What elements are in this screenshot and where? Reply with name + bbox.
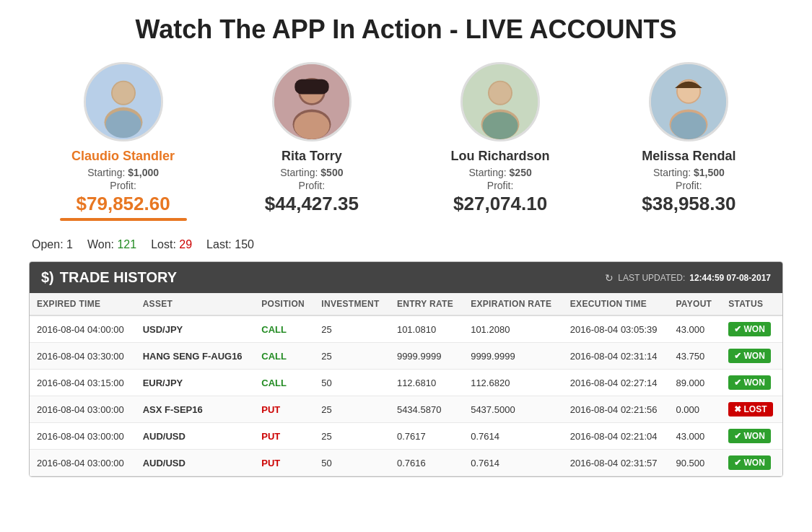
cell-investment: 25 — [314, 423, 390, 450]
cell-position: PUT — [254, 396, 314, 423]
profile-melissa: Melissa Rendal Starting: $1,500 Profit: … — [609, 62, 768, 221]
cell-position: CALL — [254, 370, 314, 396]
svg-point-20 — [671, 112, 707, 139]
profile-lou: Lou Richardson Starting: $250 Profit: $2… — [421, 62, 580, 221]
cell-expiration-rate: 5437.5000 — [463, 396, 563, 423]
profile-profit-label-rita: Profit: — [232, 180, 391, 191]
svg-rect-9 — [294, 79, 328, 95]
profile-starting-melissa: Starting: $1,500 — [609, 167, 768, 178]
cell-execution-time: 2016-08-04 02:31:14 — [563, 343, 669, 370]
trade-history-table: EXPIRED TIME ASSET POSITION INVESTMENT E… — [30, 293, 782, 476]
cell-asset: USD/JPY — [136, 315, 255, 343]
cell-asset: HANG SENG F-AUG16 — [136, 343, 255, 370]
status-badge-won: ✔ WON — [728, 349, 771, 363]
trade-history-header: $) TRADE HISTORY ↻ LAST UPDATED: 12:44:5… — [30, 262, 782, 293]
cell-expired-time: 2016-08-04 03:15:00 — [30, 370, 136, 396]
profile-profit-label-lou: Profit: — [421, 180, 580, 191]
col-position: POSITION — [254, 293, 314, 315]
last-stat: Last: 150 — [206, 238, 254, 251]
svg-point-4 — [105, 110, 141, 138]
cell-status: ✔ WON — [721, 315, 782, 343]
cell-payout: 43.750 — [668, 343, 721, 370]
cell-expiration-rate: 9999.9999 — [463, 343, 563, 370]
cell-status: ✔ WON — [721, 423, 782, 450]
cell-status: ✔ WON — [721, 450, 782, 476]
cell-position: CALL — [254, 343, 314, 370]
lost-stat: Lost: 29 — [151, 238, 192, 251]
profile-profit-label-melissa: Profit: — [609, 180, 768, 191]
col-asset: ASSET — [136, 293, 255, 315]
cell-execution-time: 2016-08-04 03:05:39 — [563, 315, 669, 343]
cell-investment: 50 — [314, 370, 390, 396]
cell-payout: 90.500 — [668, 450, 721, 476]
table-row: 2016-08-04 03:00:00 AUD/USD PUT 25 0.761… — [30, 423, 782, 450]
cell-status: ✔ WON — [721, 370, 782, 396]
cell-position: CALL — [254, 315, 314, 343]
avatar-claudio — [84, 62, 163, 141]
cell-position: PUT — [254, 450, 314, 476]
col-status: STATUS — [721, 293, 782, 315]
cell-execution-time: 2016-08-04 02:21:56 — [563, 396, 669, 423]
svg-point-14 — [489, 82, 511, 104]
status-badge-lost: ✖ LOST — [728, 402, 772, 417]
svg-point-15 — [483, 112, 518, 139]
profiles-row: Claudio Standler Starting: $1,000 Profit… — [29, 62, 783, 221]
cell-payout: 43.000 — [668, 423, 721, 450]
cell-asset: AUD/USD — [136, 423, 255, 450]
profile-name-lou: Lou Richardson — [421, 149, 580, 164]
profile-name-claudio: Claudio Standler — [44, 149, 203, 164]
cell-entry-rate: 101.0810 — [390, 315, 463, 343]
cell-expired-time: 2016-08-04 03:30:00 — [30, 343, 136, 370]
table-row: 2016-08-04 03:00:00 AUD/USD PUT 50 0.761… — [30, 450, 782, 476]
stats-row: Open: 1 Won: 121 Lost: 29 Last: 150 — [29, 238, 783, 251]
cell-execution-time: 2016-08-04 02:21:04 — [563, 423, 669, 450]
profile-rita: Rita Torry Starting: $500 Profit: $44,42… — [232, 62, 391, 221]
cell-asset: EUR/JPY — [136, 370, 255, 396]
cell-investment: 50 — [314, 450, 390, 476]
table-row: 2016-08-04 04:00:00 USD/JPY CALL 25 101.… — [30, 315, 782, 343]
cell-entry-rate: 0.7617 — [390, 423, 463, 450]
cell-asset: AUD/USD — [136, 450, 255, 476]
profile-profit-lou: $27,074.10 — [421, 193, 580, 215]
cell-expired-time: 2016-08-04 04:00:00 — [30, 315, 136, 343]
avatar-melissa — [649, 62, 728, 141]
cell-position: PUT — [254, 423, 314, 450]
status-badge-won: ✔ WON — [728, 375, 771, 390]
profile-profit-rita: $44,427.35 — [232, 193, 391, 215]
cell-payout: 0.000 — [668, 396, 721, 423]
cell-expiration-rate: 0.7614 — [463, 423, 563, 450]
svg-point-3 — [112, 82, 134, 104]
cell-execution-time: 2016-08-04 02:31:57 — [563, 450, 669, 476]
dollar-icon: $) — [41, 269, 54, 286]
trade-history-title: $) TRADE HISTORY — [41, 269, 177, 286]
cell-expiration-rate: 112.6820 — [463, 370, 563, 396]
table-header-row: EXPIRED TIME ASSET POSITION INVESTMENT E… — [30, 293, 782, 315]
svg-point-10 — [294, 112, 329, 139]
profile-starting-lou: Starting: $250 — [421, 167, 580, 178]
last-updated: ↻ LAST UPDATED: 12:44:59 07-08-2017 — [605, 272, 771, 284]
cell-status: ✖ LOST — [721, 396, 782, 423]
avatar-lou — [460, 62, 540, 141]
won-stat: Won: 121 — [87, 238, 136, 251]
profile-claudio: Claudio Standler Starting: $1,000 Profit… — [44, 62, 203, 221]
profile-profit-label-claudio: Profit: — [44, 180, 203, 191]
cell-investment: 25 — [314, 396, 390, 423]
avatar-rita — [272, 62, 352, 141]
profile-name-melissa: Melissa Rendal — [609, 149, 768, 164]
cell-status: ✔ WON — [721, 343, 782, 370]
cell-execution-time: 2016-08-04 02:27:14 — [563, 370, 669, 396]
profile-profit-claudio: $79,852.60 — [44, 193, 203, 215]
col-execution-time: EXECUTION TIME — [563, 293, 669, 315]
col-payout: PAYOUT — [668, 293, 721, 315]
cell-expired-time: 2016-08-04 03:00:00 — [30, 450, 136, 476]
refresh-icon: ↻ — [605, 272, 614, 284]
profile-starting-rita: Starting: $500 — [232, 167, 391, 178]
profile-name-rita: Rita Torry — [232, 149, 391, 164]
col-expired-time: EXPIRED TIME — [30, 293, 136, 315]
profile-starting-claudio: Starting: $1,000 — [44, 167, 203, 178]
cell-payout: 89.000 — [668, 370, 721, 396]
claudio-underline — [60, 218, 187, 221]
cell-investment: 25 — [314, 343, 390, 370]
cell-expired-time: 2016-08-04 03:00:00 — [30, 423, 136, 450]
page-wrapper: Watch The APP In Action - LIVE ACCOUNTS … — [0, 0, 812, 492]
